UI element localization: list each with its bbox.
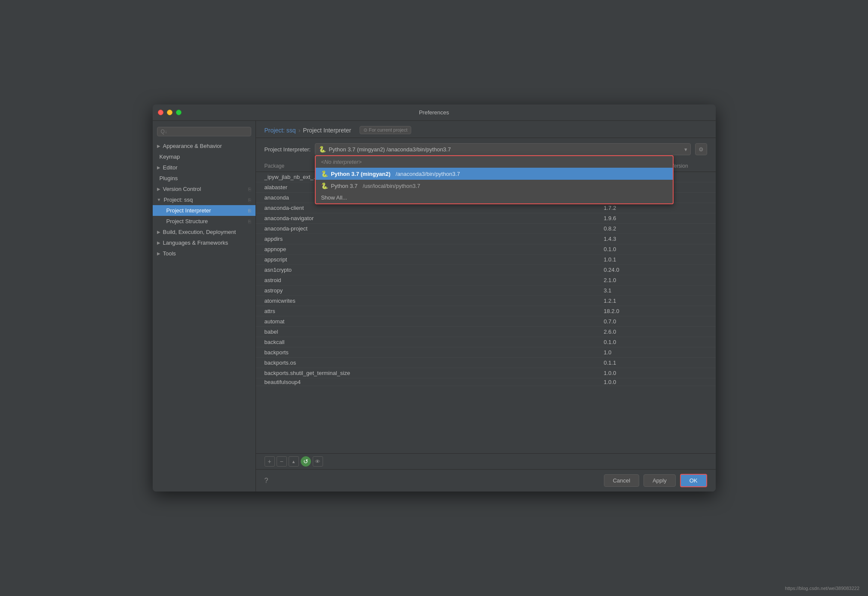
table-row[interactable]: asn1crypto 0.24.0: [256, 265, 716, 275]
sidebar-item-plugins[interactable]: Plugins: [153, 173, 255, 184]
no-interpreter-label: <No interpreter>: [321, 159, 362, 165]
table-row[interactable]: astropy 3.1: [256, 286, 716, 296]
eye-button[interactable]: 👁: [313, 456, 323, 467]
breadcrumb-project[interactable]: Project: ssq: [265, 127, 296, 134]
sidebar-item-languages[interactable]: ▶ Languages & Frameworks: [153, 237, 255, 248]
table-row[interactable]: beautifulsoup4 1.0.0: [256, 378, 716, 386]
table-row[interactable]: attrs 18.2.0: [256, 306, 716, 316]
package-version: 0.8.2: [604, 225, 656, 232]
package-name: appscript: [265, 256, 604, 263]
breadcrumb: Project: ssq › Project Interpreter: [265, 127, 351, 134]
package-name: backports.os: [265, 359, 604, 366]
package-version: 2.1.0: [604, 277, 656, 283]
arrow-icon: ▶: [157, 144, 160, 148]
package-version: 1.0.0: [604, 370, 656, 376]
eye-icon: 👁: [315, 458, 320, 465]
close-button[interactable]: [158, 110, 163, 115]
sidebar-item-project-structure[interactable]: Project Structure ⎘: [153, 216, 255, 227]
interpreter-select-wrapper: 🐍 Python 3.7 (mingyan2) /anaconda3/bin/p…: [315, 143, 690, 155]
table-row[interactable]: anaconda-project 0.8.2: [256, 224, 716, 234]
table-row[interactable]: appdirs 1.4.3: [256, 234, 716, 244]
interpreter-select-box[interactable]: 🐍 Python 3.7 (mingyan2) /anaconda3/bin/p…: [315, 143, 690, 155]
sidebar-item-label: Build, Execution, Deployment: [163, 229, 236, 235]
toolbar-bottom: + − ▲ ↺ 👁: [256, 453, 716, 469]
upgrade-package-button[interactable]: ▲: [289, 456, 299, 467]
sidebar-item-label: Editor: [163, 164, 178, 171]
table-row[interactable]: anaconda-client 1.7.2: [256, 203, 716, 213]
dropdown-item-python37-local[interactable]: 🐍 Python 3.7 /usr/local/bin/python3.7: [316, 180, 672, 192]
package-version: 1.9.6: [604, 215, 656, 221]
arrow-icon: ▶: [157, 165, 160, 170]
sidebar-item-build[interactable]: ▶ Build, Execution, Deployment: [153, 227, 255, 237]
table-row[interactable]: appscript 1.0.1: [256, 255, 716, 265]
sidebar-item-tools[interactable]: ▶ Tools: [153, 248, 255, 259]
interpreter-dropdown: <No interpreter> 🐍 Python 3.7 (mingyan2)…: [315, 155, 673, 204]
package-name: astroid: [265, 277, 604, 283]
dropdown-item-no-interpreter[interactable]: <No interpreter>: [316, 156, 672, 168]
table-row[interactable]: anaconda-navigator 1.9.6: [256, 213, 716, 224]
table-row[interactable]: automat 0.7.0: [256, 316, 716, 327]
sidebar-item-project-ssq[interactable]: ▼ Project: ssq ⎘: [153, 194, 255, 205]
sidebar-item-appearance[interactable]: ▶ Appearance & Behavior: [153, 141, 255, 151]
dropdown-item-python37-mingyan2[interactable]: 🐍 Python 3.7 (mingyan2) /anaconda3/bin/p…: [316, 168, 672, 180]
package-name: anaconda-project: [265, 225, 604, 232]
sidebar-item-label: Tools: [163, 250, 176, 257]
add-package-button[interactable]: +: [265, 456, 275, 467]
sidebar-item-editor[interactable]: ▶ Editor: [153, 162, 255, 173]
sidebar-search-area[interactable]: [153, 124, 255, 139]
help-button[interactable]: ?: [265, 477, 268, 485]
remove-package-button[interactable]: −: [277, 456, 287, 467]
package-version: 0.24.0: [604, 267, 656, 273]
package-version: 18.2.0: [604, 308, 656, 314]
search-input[interactable]: [157, 127, 251, 136]
ok-button[interactable]: OK: [680, 474, 707, 487]
maximize-button[interactable]: [176, 110, 182, 115]
remove-icon: −: [280, 458, 283, 465]
package-name: backports: [265, 349, 604, 356]
table-row[interactable]: appnope 0.1.0: [256, 244, 716, 255]
preferences-window: Preferences ▶ Appearance & Behavior Keym…: [153, 104, 716, 492]
package-name: astropy: [265, 287, 604, 294]
content-area: Project: ssq › Project Interpreter ⊙ For…: [256, 121, 716, 492]
apply-button[interactable]: Apply: [643, 474, 676, 487]
table-row[interactable]: atomicwrites 1.2.1: [256, 296, 716, 306]
sidebar-item-keymap[interactable]: Keymap: [153, 151, 255, 162]
reload-icon: ↺: [303, 458, 308, 465]
interpreter-selected-text: Python 3.7 (mingyan2) /anaconda3/bin/pyt…: [329, 146, 451, 153]
dropdown-item-show-all[interactable]: Show All...: [316, 192, 672, 203]
gear-button[interactable]: ⚙: [695, 143, 707, 155]
interpreter-row: Project Interpreter: 🐍 Python 3.7 (mingy…: [256, 138, 716, 160]
sidebar-item-version-control[interactable]: ▶ Version Control ⎘: [153, 184, 255, 194]
package-name: appdirs: [265, 236, 604, 242]
window-title: Preferences: [419, 109, 449, 116]
package-version: 0.1.0: [604, 339, 656, 345]
arrow-icon: ▶: [157, 187, 160, 191]
reload-button[interactable]: ↺: [301, 456, 311, 467]
footer-actions: Cancel Apply OK: [604, 474, 707, 487]
table-row[interactable]: backports 1.0: [256, 347, 716, 358]
table-row[interactable]: astroid 2.1.0: [256, 275, 716, 286]
traffic-lights: [158, 110, 182, 115]
package-version: 0.7.0: [604, 318, 656, 325]
package-name: babel: [265, 329, 604, 335]
table-row[interactable]: backports.os 0.1.1: [256, 358, 716, 368]
package-version: 1.0.0: [604, 379, 656, 385]
table-row[interactable]: babel 2.6.0: [256, 327, 716, 337]
python-emoji-2: 🐍: [321, 182, 328, 189]
package-version: 1.7.2: [604, 205, 656, 211]
table-row[interactable]: backports.shutil_get_terminal_size 1.0.0: [256, 368, 716, 378]
titlebar: Preferences: [153, 104, 716, 121]
sidebar-item-project-interpreter[interactable]: Project Interpreter ⎘: [153, 205, 255, 216]
content-header: Project: ssq › Project Interpreter ⊙ For…: [256, 121, 716, 138]
show-all-label: Show All...: [321, 194, 347, 201]
cancel-button[interactable]: Cancel: [604, 474, 639, 487]
footer: ? Cancel Apply OK: [256, 469, 716, 492]
package-version: 1.2.1: [604, 298, 656, 304]
table-row[interactable]: backcall 0.1.0: [256, 337, 716, 347]
for-current-badge[interactable]: ⊙ For current project: [360, 126, 411, 134]
minimize-button[interactable]: [167, 110, 172, 115]
page-icon: ⎘: [248, 208, 251, 213]
dropdown-item-label-2: Python 3.7: [331, 183, 357, 189]
package-version: 2.6.0: [604, 329, 656, 335]
arrow-icon: ▶: [157, 251, 160, 256]
